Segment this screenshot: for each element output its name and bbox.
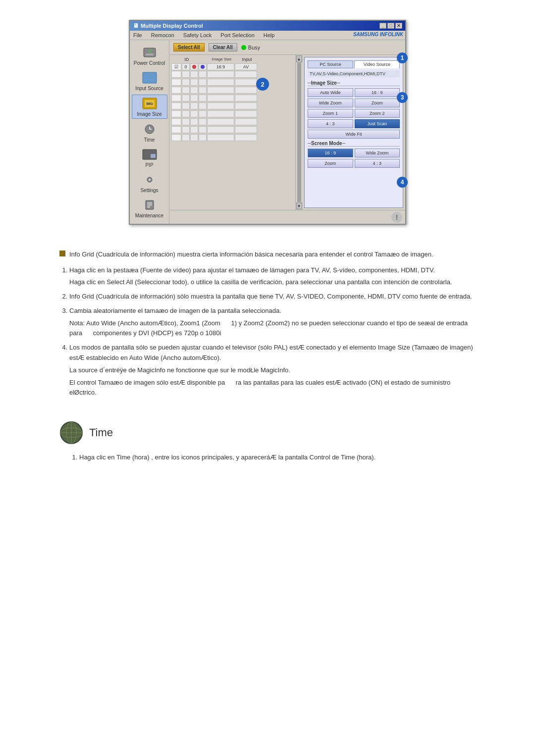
sidebar-label-settings: Settings (140, 188, 158, 193)
svg-point-1 (148, 50, 151, 52)
info-square (59, 251, 65, 256)
scr-zoom-button[interactable]: Zoom (308, 159, 353, 168)
row3-checkbox[interactable] (171, 79, 181, 86)
col-header-check (172, 57, 182, 62)
select-all-button[interactable]: Select All (173, 43, 205, 51)
time-section-icon (59, 421, 83, 445)
right-panel: 1 PC Source Video Source TV,AV,S-Video,C… (304, 57, 403, 208)
menu-remocon[interactable]: Remocon (150, 32, 176, 39)
sidebar: Power Control Input Source (130, 40, 169, 224)
app-window: 🖥 Multiple Display Control _ □ ✕ File Re… (129, 20, 406, 225)
col-header-imagesize: Image Size (208, 57, 235, 62)
row7-c6 (235, 110, 257, 117)
menu-safety-lock[interactable]: Safety Lock (182, 32, 213, 39)
clear-all-button[interactable]: Clear All (209, 43, 237, 51)
row1-checkbox[interactable]: ☑ (171, 63, 181, 70)
row8-c3 (190, 118, 198, 125)
title-bar: 🖥 Multiple Display Control _ □ ✕ (130, 21, 405, 31)
zoom-button[interactable]: Zoom (355, 99, 400, 107)
row10-checkbox[interactable] (171, 134, 181, 141)
menu-help[interactable]: Help (262, 32, 276, 39)
row5-c5 (207, 95, 234, 101)
time-section: Time Haga clic en Time (hora) , entre lo… (30, 416, 505, 473)
numbered-item-2: Info Grid (Cuadrícula de información) só… (69, 292, 476, 302)
wide-fit-button[interactable]: Wide Fit (308, 130, 400, 139)
time-title: Time (89, 426, 113, 439)
time-header: Time (59, 421, 476, 445)
toolbar: Select All Clear All Busy (169, 40, 405, 55)
sidebar-item-blank1[interactable]: Input Source (132, 69, 167, 93)
info-text: Info Grid (Cuadrícula de información) mu… (69, 250, 433, 259)
zoom1-button[interactable]: Zoom 1 (308, 109, 353, 118)
row10-c2 (182, 134, 190, 141)
numbered-item-1: Haga clic en la pestaæa (Fuente de vídeo… (69, 265, 476, 288)
col-header-input: Input (236, 57, 258, 62)
row8-checkbox[interactable] (171, 118, 181, 125)
image-size-label: ─Image Size─ (308, 80, 340, 86)
screen-mode-section: ─Screen Mode─ 4 16 : 9 Wide Zoom Zoom 4 … (308, 141, 400, 168)
app-content: Power Control Input Source (130, 40, 405, 224)
svg-rect-11 (151, 154, 156, 158)
info-block: Info Grid (Cuadrícula de información) mu… (59, 250, 476, 259)
sidebar-item-image-size[interactable]: IMG Image Size (132, 95, 167, 119)
row7-c4 (199, 110, 207, 117)
row6-checkbox[interactable] (171, 102, 181, 109)
sidebar-item-pip[interactable]: PIP (132, 146, 167, 169)
menu-file[interactable]: File (132, 32, 144, 39)
blank1-icon (141, 71, 159, 85)
scroll-down-button[interactable]: ▼ (296, 202, 302, 209)
row5-checkbox[interactable] (171, 95, 181, 101)
sidebar-label-time: Time (144, 137, 155, 143)
4-3-button[interactable]: 4 : 3 (308, 119, 353, 128)
title-bar-buttons: _ □ ✕ (379, 23, 402, 29)
zoom2-button[interactable]: Zoom 2 (355, 109, 400, 118)
close-button[interactable]: ✕ (395, 23, 402, 29)
maximize-button[interactable]: □ (387, 23, 394, 29)
minimize-button[interactable]: _ (379, 23, 386, 29)
col-header-c3 (191, 57, 199, 62)
sidebar-item-power-control[interactable]: Power Control (132, 44, 167, 67)
row7-c5 (207, 110, 234, 117)
sidebar-label-pip: PIP (145, 162, 153, 168)
scroll-up-button[interactable]: ▲ (296, 55, 302, 62)
scr-wide-zoom-button[interactable]: Wide Zoom (355, 149, 400, 157)
wide-zoom-button[interactable]: Wide Zoom (308, 99, 353, 107)
time-desc: Haga clic en Time (hora) , entre los ico… (59, 453, 476, 463)
row4-c4 (199, 87, 207, 94)
row1-input: AV (235, 63, 257, 70)
image-size-icon: IMG (141, 97, 159, 110)
pc-source-tab[interactable]: PC Source (308, 60, 353, 68)
row2-c3 (190, 71, 198, 78)
badge-1: 1 (397, 52, 408, 63)
16-9-button[interactable]: 16 : 9 (355, 88, 400, 97)
scr-4-3-button[interactable]: 4 : 3 (355, 159, 400, 168)
screen-mode-title: ─Screen Mode─ (308, 141, 400, 147)
row6-c3 (190, 102, 198, 109)
auto-wide-button[interactable]: Auto Wide (308, 88, 353, 97)
row4-checkbox[interactable] (171, 87, 181, 94)
sidebar-item-maintenance[interactable]: Maintenance (132, 197, 167, 220)
svg-text:IMG: IMG (146, 102, 153, 105)
menu-port-selection[interactable]: Port Selection (219, 32, 256, 39)
just-scan-button[interactable]: Just Scan (355, 119, 400, 128)
image-size-section-title: ─Image Size─ (308, 80, 400, 86)
video-source-tab[interactable]: Video Source (354, 60, 400, 68)
scr-16-9-button[interactable]: 16 : 9 (308, 149, 353, 157)
row6-c2 (182, 102, 190, 109)
row9-c4 (199, 126, 207, 133)
numbered-item-4: Los modos de pantalla sólo se pueden aju… (69, 343, 476, 398)
status-bar: ! (169, 210, 405, 224)
row10-c3 (190, 134, 198, 141)
row9-checkbox[interactable] (171, 126, 181, 133)
source-line: TV,AV,S-Video,Component,HDMI,DTV (308, 70, 400, 77)
sidebar-item-settings[interactable]: Settings (132, 171, 167, 195)
row2-checkbox[interactable] (171, 71, 181, 78)
pip-icon (141, 148, 159, 161)
badge-4: 4 (397, 177, 408, 188)
sidebar-label-maintenance: Maintenance (135, 213, 163, 218)
sidebar-label-image-size: Image Size (137, 111, 161, 117)
sidebar-item-time[interactable]: Time (132, 121, 167, 144)
row3-c4 (199, 79, 207, 86)
row7-checkbox[interactable] (171, 110, 181, 117)
sidebar-label-blank1: Input Source (135, 86, 163, 91)
